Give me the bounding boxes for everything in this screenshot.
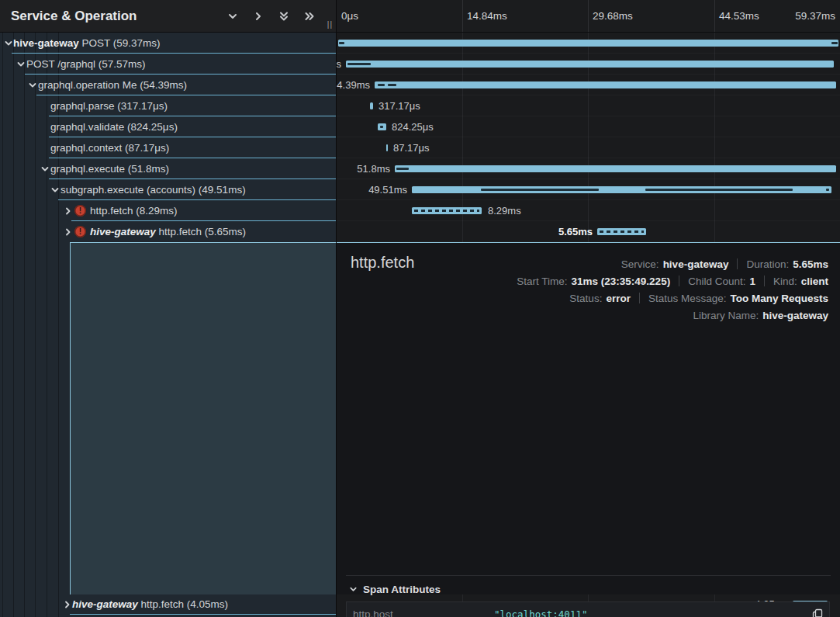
- kind-label: Kind:: [773, 276, 797, 287]
- attr-value: "localhost:4011": [494, 608, 806, 617]
- span-bar[interactable]: [597, 228, 646, 235]
- chevron-right-icon[interactable]: [63, 227, 73, 237]
- axis-tick-2: 29.68ms: [593, 0, 633, 32]
- meta-divider: [764, 276, 765, 286]
- span-detail-panel: http.fetch Service:hive-gateway Duration…: [337, 242, 840, 594]
- self-time-seg: [831, 42, 838, 44]
- span-row-http-fetch-8ms[interactable]: ! http.fetch (8.29ms): [0, 200, 336, 221]
- copy-icon[interactable]: [806, 608, 829, 617]
- retry-dashes: [600, 231, 644, 233]
- operation-name: http.fetch (4.05ms): [138, 598, 228, 610]
- column-resize-handle[interactable]: ||: [327, 20, 333, 29]
- start-time-label: Start Time:: [517, 276, 567, 287]
- operation-name: graphql.parse (317.17μs): [50, 95, 168, 116]
- expand-one-icon[interactable]: [252, 10, 264, 23]
- meta-divider: [737, 258, 738, 269]
- span-row-graphql-context[interactable]: graphql.context (87.17μs): [0, 137, 336, 158]
- child-count-label: Child Count:: [688, 276, 745, 287]
- span-bar[interactable]: [395, 165, 836, 172]
- bar-duration-label: 317.17μs: [379, 95, 420, 116]
- chevron-right-icon[interactable]: [63, 206, 73, 216]
- meta-line-1: Service:hive-gateway Duration:5.65ms: [517, 255, 828, 272]
- self-time-seg: [378, 84, 385, 86]
- divider: [346, 575, 831, 576]
- selected-span-highlight: [70, 242, 336, 594]
- span-row-http-fetch-4ms[interactable]: hive-gateway http.fetch (4.05ms): [0, 594, 336, 617]
- chevron-down-icon: [349, 585, 358, 594]
- meta-divider: [679, 276, 679, 286]
- status-message-value: Too Many Requests: [730, 293, 828, 304]
- span-attributes-title: Span Attributes: [363, 584, 441, 595]
- operation-name: http.fetch (8.29ms): [90, 200, 178, 221]
- span-bar[interactable]: [370, 102, 373, 109]
- span-bar[interactable]: [375, 81, 836, 88]
- operation-name: POST /graphql (57.57ms): [26, 54, 146, 75]
- span-row-graphql-execute[interactable]: graphql.execute (51.8ms): [0, 158, 336, 179]
- service-operation-header: Service & Operation ||: [0, 0, 337, 33]
- retry-dashes: [414, 210, 479, 212]
- span-row-subgraph-execute[interactable]: subgraph.execute (accounts) (49.51ms): [0, 179, 336, 200]
- child-span-seg: [481, 189, 599, 191]
- bar-duration-label: 51.8ms: [337, 158, 390, 179]
- tree-controls: [226, 0, 316, 32]
- operation-name: graphql.validate (824.25μs): [50, 116, 178, 137]
- operation-name: subgraph.execute (accounts) (49.51ms): [60, 179, 246, 200]
- bar-duration-label: 49.51ms: [337, 179, 407, 200]
- expand-all-icon[interactable]: [303, 10, 316, 23]
- bar-row-3: 317.17μs: [337, 95, 840, 116]
- axis-tick-0: 0μs: [341, 0, 358, 32]
- bar-row-1: 57.57ms: [337, 54, 840, 75]
- span-attributes-toggle[interactable]: Span Attributes: [349, 584, 441, 595]
- collapse-one-icon[interactable]: [226, 10, 239, 23]
- chevron-down-icon[interactable]: [50, 185, 60, 195]
- meta-line-3: Status:error Status Message:Too Many Req…: [517, 289, 828, 307]
- axis-gridline: [588, 0, 589, 32]
- axis-gridline: [714, 0, 715, 32]
- axis-tick-1: 14.84ms: [467, 0, 507, 32]
- service-value: hive-gateway: [663, 258, 729, 270]
- span-bar[interactable]: [338, 40, 838, 47]
- operation-name: graphql.operation Me (54.39ms): [38, 75, 187, 95]
- span-row-graphql-parse[interactable]: graphql.parse (317.17μs): [0, 95, 336, 116]
- bar-row-7: 49.51ms: [337, 179, 840, 200]
- span-bar[interactable]: [378, 123, 386, 130]
- expanded-row-left-region: [0, 242, 336, 594]
- collapse-all-icon[interactable]: [278, 10, 290, 23]
- status-value: error: [606, 293, 631, 304]
- span-row-post-graphql[interactable]: POST /graphql (57.57ms): [0, 54, 336, 75]
- self-time-seg: [396, 168, 409, 170]
- span-row-http-fetch-5ms-selected[interactable]: ! hive-gateway http.fetch (5.65ms): [0, 221, 336, 242]
- attr-row: http.host "localhost:4011": [347, 602, 829, 617]
- bar-duration-label: 824.25μs: [392, 116, 434, 137]
- meta-divider: [639, 293, 640, 303]
- self-time-seg: [388, 84, 396, 86]
- bar-row-6: 51.8ms: [337, 158, 840, 179]
- duration-label: Duration:: [746, 258, 789, 270]
- span-row-graphql-operation[interactable]: graphql.operation Me (54.39ms): [0, 75, 336, 95]
- attr-key: http.host: [347, 608, 494, 617]
- status-label: Status:: [569, 293, 602, 304]
- span-row-hive-gateway-post[interactable]: hive-gateway POST (59.37ms): [0, 33, 336, 54]
- bar-duration-label: 5.65ms: [513, 221, 593, 242]
- bar-row-4: 824.25μs: [337, 116, 840, 137]
- library-name-value: hive-gateway: [762, 310, 828, 321]
- chevron-down-icon[interactable]: [16, 59, 26, 69]
- bar-duration-label: 54.39ms: [337, 75, 370, 95]
- chevron-down-icon[interactable]: [3, 38, 13, 48]
- span-bar[interactable]: [346, 61, 834, 68]
- operation-name: POST (59.37ms): [79, 37, 161, 49]
- chevron-down-icon[interactable]: [27, 80, 37, 90]
- span-row-graphql-validate[interactable]: graphql.validate (824.25μs): [0, 116, 336, 137]
- axis-tick-4: 59.37ms: [795, 0, 835, 32]
- timeline-axis: 0μs 14.84ms 29.68ms 44.53ms 59.37ms: [337, 0, 840, 33]
- span-bar[interactable]: [412, 207, 482, 214]
- child-count-value: 1: [749, 276, 755, 287]
- child-span-seg: [826, 189, 829, 191]
- chevron-right-icon[interactable]: [62, 599, 72, 609]
- span-attributes-table: http.host "localhost:4011" http.method "…: [346, 601, 830, 617]
- detail-meta: Service:hive-gateway Duration:5.65ms Sta…: [517, 255, 828, 324]
- span-bar[interactable]: [386, 144, 388, 151]
- error-icon: !: [74, 205, 86, 217]
- span-bar[interactable]: [412, 186, 831, 193]
- chevron-down-icon[interactable]: [40, 164, 50, 174]
